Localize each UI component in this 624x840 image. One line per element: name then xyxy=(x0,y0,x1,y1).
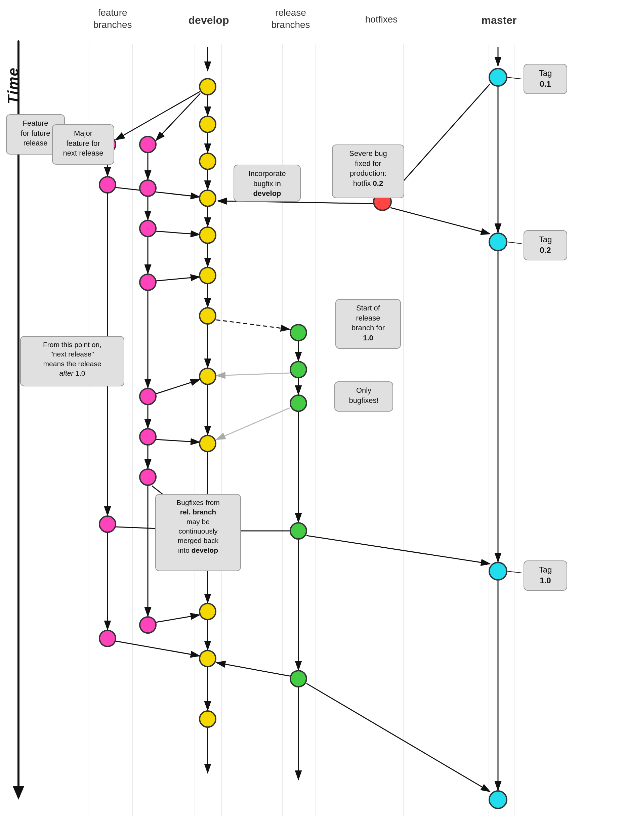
svg-line-68 xyxy=(507,242,522,244)
time-arrow-icon xyxy=(13,786,24,800)
node-feature-left-2 xyxy=(99,176,116,193)
node-develop-5 xyxy=(199,227,216,244)
col-label-develop: develop xyxy=(187,14,230,28)
node-release-5 xyxy=(290,670,307,687)
node-release-3 xyxy=(290,394,307,412)
node-feature-right-7 xyxy=(139,468,157,486)
svg-line-63 xyxy=(156,615,199,622)
col-label-feature: feature branches xyxy=(84,7,141,31)
svg-line-62 xyxy=(306,536,490,564)
bubble-tag-02: Tag0.2 xyxy=(524,230,567,260)
svg-line-55 xyxy=(156,380,199,394)
bubble-from-this-point: From this point on,"next release"means t… xyxy=(20,336,124,386)
node-develop-7 xyxy=(199,307,216,324)
node-master-2 xyxy=(488,233,507,251)
node-master-4 xyxy=(488,790,507,809)
node-develop-11 xyxy=(199,603,216,620)
col-label-hotfixes: hotfixes xyxy=(356,14,406,26)
node-develop-2 xyxy=(199,116,216,133)
bubble-tag-01: Tag0.1 xyxy=(524,64,567,94)
bubble-tag-10: Tag1.0 xyxy=(524,561,567,591)
node-develop-1 xyxy=(199,78,216,96)
node-feature-left-5 xyxy=(99,630,116,647)
node-develop-9 xyxy=(199,435,216,452)
node-develop-4 xyxy=(199,190,216,207)
svg-line-46 xyxy=(391,84,490,196)
node-feature-right-1 xyxy=(139,136,157,153)
node-release-1 xyxy=(290,324,307,341)
svg-line-53 xyxy=(156,277,199,281)
node-master-1 xyxy=(488,68,507,87)
svg-line-51 xyxy=(116,187,199,197)
svg-line-58 xyxy=(156,440,199,442)
node-develop-13 xyxy=(199,710,216,728)
node-master-3 xyxy=(488,562,507,581)
node-feature-right-3 xyxy=(139,220,157,237)
node-feature-left-4 xyxy=(99,516,116,533)
bubble-bugfixes-rel-branch: Bugfixes fromrel. branchmay becontinuous… xyxy=(155,494,241,571)
svg-line-57 xyxy=(216,408,290,440)
time-label: Time xyxy=(5,67,22,104)
bubble-severe-bug: Severe bugfixed forproduction:hotfix 0.2 xyxy=(332,145,404,198)
col-label-master: master xyxy=(477,14,521,28)
svg-line-67 xyxy=(507,77,522,79)
node-release-4 xyxy=(290,522,307,540)
svg-line-50 xyxy=(156,93,200,141)
node-develop-3 xyxy=(199,153,216,170)
col-label-release: releasebranches xyxy=(262,7,319,31)
svg-line-49 xyxy=(116,91,200,140)
node-develop-8 xyxy=(199,368,216,385)
svg-line-66 xyxy=(306,683,490,792)
svg-line-64 xyxy=(116,641,199,656)
node-feature-right-2 xyxy=(139,179,157,197)
node-develop-6 xyxy=(199,267,216,284)
svg-line-56 xyxy=(216,373,290,376)
svg-line-69 xyxy=(507,571,522,573)
bubble-incorporate-bugfix: Incorporatebugfix indevelop xyxy=(233,165,301,202)
svg-line-52 xyxy=(156,231,199,235)
node-feature-right-6 xyxy=(139,428,157,446)
node-feature-right-4 xyxy=(139,273,157,291)
svg-line-54 xyxy=(216,320,290,329)
node-feature-right-5 xyxy=(139,388,157,405)
bubble-start-release: Start ofreleasebranch for1.0 xyxy=(335,299,401,349)
svg-line-47 xyxy=(391,208,490,234)
node-release-2 xyxy=(290,361,307,378)
diagram-container: Time feature branches develop releasebra… xyxy=(0,0,624,840)
bubble-major-feature: Majorfeature fornext release xyxy=(52,124,114,165)
node-develop-12 xyxy=(199,650,216,667)
node-feature-right-8 xyxy=(139,616,157,634)
bubble-only-bugfixes: Onlybugfixes! xyxy=(334,381,393,412)
svg-line-65 xyxy=(216,662,290,676)
